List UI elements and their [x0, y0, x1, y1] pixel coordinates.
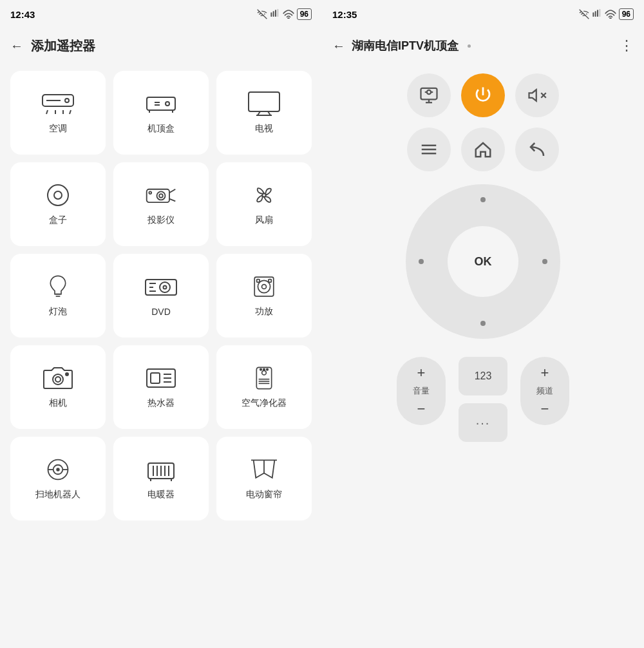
- right-page-title: 湖南电信IPTV机顶盒: [352, 38, 459, 53]
- svg-point-25: [54, 191, 62, 199]
- device-item-robot[interactable]: 扫地机器人: [10, 437, 106, 520]
- svg-rect-5: [277, 9, 278, 17]
- dpad-container: OK: [406, 184, 560, 339]
- device-item-box[interactable]: 盒子: [10, 162, 106, 246]
- right-header-left: ← 湖南电信IPTV机顶盒: [332, 38, 471, 53]
- power-button[interactable]: [461, 73, 505, 117]
- ch-plus[interactable]: +: [541, 366, 549, 380]
- device-item-purifier[interactable]: 空气净化器: [216, 345, 312, 429]
- mute-button[interactable]: [515, 73, 559, 117]
- device-label-bulb: 灯泡: [49, 306, 67, 318]
- device-label-camera: 相机: [49, 397, 67, 409]
- svg-point-29: [149, 191, 151, 194]
- camera-icon: [41, 365, 75, 391]
- tv-icon: [247, 91, 281, 117]
- svg-rect-45: [269, 280, 271, 282]
- svg-line-8: [46, 110, 48, 114]
- svg-rect-2: [270, 12, 272, 17]
- dpad-down-dot: [480, 321, 486, 326]
- left-header: ← 添加遥控器: [0, 28, 322, 63]
- num-button[interactable]: 123: [459, 357, 507, 395]
- right-header: ← 湖南电信IPTV机顶盒 ⋮: [322, 28, 644, 63]
- ch-minus[interactable]: −: [541, 402, 549, 416]
- device-item-ac[interactable]: 空调: [10, 71, 106, 155]
- svg-point-46: [53, 374, 63, 385]
- device-label-projector: 投影仪: [147, 214, 175, 226]
- device-item-elecheater[interactable]: 电暖器: [113, 437, 209, 520]
- projector-icon: [144, 182, 178, 208]
- svg-rect-82: [599, 9, 600, 17]
- device-label-elecheater: 电暖器: [147, 489, 175, 500]
- svg-line-31: [169, 199, 175, 202]
- left-page-title: 添加遥控器: [31, 37, 95, 55]
- svg-point-59: [260, 368, 262, 370]
- device-label-tv: 电视: [255, 123, 273, 135]
- svg-point-37: [164, 286, 167, 289]
- left-status-bar: 12:43 96: [0, 0, 322, 28]
- device-item-curtain[interactable]: 电动窗帘: [216, 437, 312, 520]
- left-status-icons: 96: [257, 8, 312, 20]
- device-label-fan: 风扇: [255, 214, 273, 226]
- amp-icon: [247, 274, 281, 300]
- bulb-icon: [41, 274, 75, 300]
- svg-point-87: [427, 90, 431, 94]
- dvd-icon: [144, 274, 178, 300]
- device-item-dvd[interactable]: DVD: [113, 254, 209, 338]
- device-item-tv[interactable]: 电视: [216, 71, 312, 155]
- device-label-dvd: DVD: [151, 307, 171, 317]
- ok-button[interactable]: OK: [448, 226, 518, 297]
- home-button[interactable]: [461, 128, 505, 171]
- svg-point-24: [48, 185, 68, 205]
- device-item-bulb[interactable]: 灯泡: [10, 254, 106, 338]
- svg-point-12: [65, 99, 69, 102]
- vol-minus[interactable]: −: [417, 402, 426, 416]
- svg-point-28: [159, 194, 163, 198]
- device-item-heater[interactable]: 热水器: [113, 345, 209, 429]
- device-item-camera[interactable]: 相机: [10, 345, 106, 429]
- more-dots-button[interactable]: ···: [459, 403, 507, 442]
- svg-rect-20: [249, 92, 279, 111]
- svg-point-64: [57, 468, 59, 471]
- svg-point-27: [157, 191, 166, 200]
- ch-label: 频道: [536, 385, 553, 397]
- device-item-fan[interactable]: 风扇: [216, 162, 312, 246]
- svg-point-47: [55, 377, 61, 382]
- volume-control[interactable]: + 音量 −: [397, 357, 446, 425]
- svg-rect-4: [275, 10, 276, 17]
- back-button[interactable]: [515, 128, 559, 171]
- svg-point-83: [610, 18, 611, 19]
- vol-label: 音量: [413, 385, 430, 397]
- connection-indicator: [468, 44, 471, 48]
- vol-plus[interactable]: +: [417, 366, 426, 380]
- device-label-ac: 空调: [49, 123, 67, 135]
- device-label-purifier: 空气净化器: [242, 397, 287, 409]
- dpad-outer[interactable]: OK: [406, 184, 560, 339]
- right-status-bar: 12:35 96: [322, 0, 644, 28]
- svg-point-61: [267, 368, 269, 370]
- device-item-projector[interactable]: 投影仪: [113, 162, 209, 246]
- device-item-amp[interactable]: 功放: [216, 254, 312, 338]
- screen-button[interactable]: [407, 73, 451, 117]
- left-back-button[interactable]: ←: [10, 39, 23, 53]
- dpad-left-dot: [419, 259, 424, 264]
- dpad-up-dot: [480, 197, 486, 202]
- remote-controls: OK + 音量 − 123 ··· +: [322, 63, 644, 648]
- device-label-robot: 扫地机器人: [35, 489, 80, 500]
- right-time: 12:35: [332, 9, 357, 20]
- svg-line-11: [70, 110, 71, 114]
- channel-control[interactable]: + 频道 −: [520, 357, 569, 425]
- heater-icon: [144, 365, 178, 391]
- svg-rect-3: [272, 11, 274, 17]
- svg-rect-14: [147, 97, 175, 110]
- center-bottom-buttons: 123 ···: [459, 357, 507, 442]
- menu-button[interactable]: [407, 128, 451, 171]
- more-options-button[interactable]: ⋮: [620, 37, 634, 54]
- right-back-button[interactable]: ←: [332, 39, 345, 53]
- svg-point-6: [288, 18, 289, 19]
- svg-point-55: [262, 370, 267, 375]
- fan-icon: [247, 182, 281, 208]
- device-label-heater: 热水器: [147, 397, 175, 409]
- svg-point-36: [160, 282, 170, 292]
- svg-rect-79: [592, 12, 594, 17]
- device-item-stb[interactable]: 机顶盒: [113, 71, 209, 155]
